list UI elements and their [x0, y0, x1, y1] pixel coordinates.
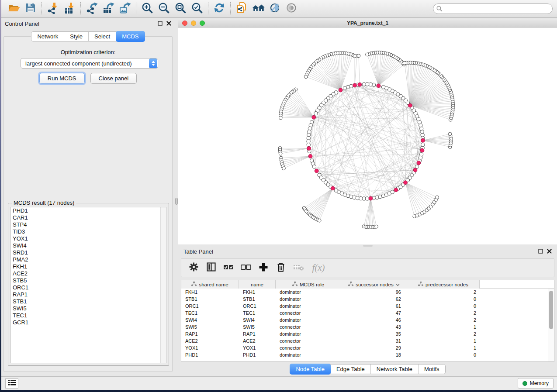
table-row[interactable]: ACE2ACE2connector311	[181, 337, 554, 344]
network-edge[interactable]	[317, 171, 361, 198]
delete-table-button[interactable]	[291, 261, 306, 275]
network-edge[interactable]	[355, 85, 389, 193]
network-edge[interactable]	[369, 54, 379, 86]
table-row[interactable]: PHD1PHD1dominator180	[181, 351, 554, 358]
network-edge[interactable]	[292, 92, 314, 117]
network-edge[interactable]	[282, 156, 310, 165]
network-edge[interactable]	[405, 182, 417, 215]
mcds-result-item[interactable]: STP4	[11, 221, 166, 228]
network-edge[interactable]	[410, 70, 434, 106]
network-node[interactable]	[304, 75, 308, 79]
show-all-button[interactable]	[283, 1, 300, 16]
network-edge[interactable]	[313, 85, 360, 164]
network-edge[interactable]	[370, 199, 376, 227]
network-node[interactable]	[308, 130, 311, 134]
network-dominator-node[interactable]	[315, 169, 318, 173]
network-edge[interactable]	[359, 56, 360, 85]
table-scrollbar[interactable]	[548, 289, 554, 361]
export-network-button[interactable]	[83, 1, 100, 16]
column-header-predecessor-nodes[interactable]: predecessor nodes	[407, 280, 480, 289]
minimize-window-icon[interactable]	[191, 21, 196, 26]
network-dominator-node[interactable]	[331, 186, 335, 190]
network-window-titlebar[interactable]: YPA_prune.txt_1	[178, 19, 557, 28]
network-dominator-node[interactable]	[420, 148, 424, 152]
mcds-result-item[interactable]: SRD1	[11, 249, 166, 256]
table-row[interactable]: RAP1RAP1dominator352	[181, 330, 554, 337]
network-node[interactable]	[366, 83, 369, 86]
network-dominator-node[interactable]	[369, 196, 373, 200]
mcds-result-item[interactable]: STB1	[11, 298, 166, 305]
network-edge[interactable]	[287, 98, 314, 117]
mcds-result-item[interactable]: PMA2	[11, 256, 166, 263]
network-edge[interactable]	[322, 105, 396, 190]
function-builder-button[interactable]: f(x)	[308, 261, 329, 275]
tab-select[interactable]: Select	[89, 32, 116, 41]
network-edge[interactable]	[319, 188, 333, 220]
show-columns-button[interactable]	[203, 261, 219, 275]
network-view-canvas[interactable]	[178, 28, 557, 244]
export-image-button[interactable]	[117, 1, 133, 16]
network-node[interactable]	[308, 127, 311, 130]
network-edge[interactable]	[378, 58, 396, 86]
mcds-result-item[interactable]: TEC1	[11, 312, 166, 319]
network-dominator-node[interactable]	[339, 88, 343, 92]
unselect-all-button[interactable]	[238, 261, 254, 275]
network-node[interactable]	[375, 225, 378, 228]
close-panel-icon[interactable]	[547, 248, 552, 255]
network-node[interactable]	[403, 61, 406, 65]
hide-selected-button[interactable]	[266, 1, 283, 16]
zoom-selected-button[interactable]	[189, 1, 205, 16]
network-edge[interactable]	[341, 54, 351, 90]
network-node[interactable]	[307, 133, 311, 137]
network-dominator-node[interactable]	[417, 161, 421, 165]
network-edge[interactable]	[309, 188, 333, 213]
mcds-result-item[interactable]: FKH1	[11, 263, 166, 270]
table-scrollbar-thumb[interactable]	[549, 291, 553, 329]
network-node[interactable]	[419, 153, 423, 156]
table-row[interactable]: STB1STB1dominator620	[181, 296, 554, 303]
import-table-button[interactable]	[61, 1, 78, 16]
network-dominator-node[interactable]	[353, 83, 357, 87]
network-edge[interactable]	[314, 117, 418, 119]
network-node[interactable]	[420, 130, 424, 134]
tab-style[interactable]: Style	[64, 32, 89, 41]
mcds-result-item[interactable]: SWI5	[11, 305, 166, 312]
network-edge[interactable]	[378, 63, 402, 86]
close-window-icon[interactable]	[182, 21, 187, 26]
mcds-result-item[interactable]: GCR1	[11, 319, 166, 326]
network-edge[interactable]	[378, 55, 391, 86]
network-node[interactable]	[318, 219, 321, 222]
network-node[interactable]	[448, 132, 452, 136]
network-edge[interactable]	[314, 64, 340, 90]
tab-node-table[interactable]: Node Table	[290, 364, 331, 375]
network-node[interactable]	[362, 197, 366, 200]
mcds-result-item[interactable]: PHD1	[11, 207, 166, 214]
network-edge[interactable]	[323, 57, 340, 90]
table-row[interactable]: SWI5SWI5connector431	[181, 323, 554, 330]
open-file-button[interactable]	[6, 1, 22, 16]
column-header-mcds-role[interactable]: MCDS role	[276, 280, 341, 289]
network-node[interactable]	[279, 152, 282, 155]
mcds-result-item[interactable]: RAP1	[11, 291, 166, 298]
mcds-result-item[interactable]: SWI4	[11, 242, 166, 249]
delete-row-button[interactable]	[273, 261, 289, 275]
network-edge[interactable]	[348, 87, 419, 163]
network-node[interactable]	[421, 133, 424, 137]
close-panel-button[interactable]: Close panel	[90, 73, 137, 84]
criterion-dropdown[interactable]: largest connected component (undirected)	[21, 58, 158, 69]
network-edge[interactable]	[311, 141, 423, 158]
column-header-successor-nodes[interactable]: successor nodes	[341, 280, 407, 289]
column-header-shared-name[interactable]: shared name	[181, 280, 239, 289]
network-node[interactable]	[362, 83, 366, 86]
network-node[interactable]	[415, 165, 419, 168]
network-node[interactable]	[307, 140, 310, 143]
tab-edge-table[interactable]: Edge Table	[331, 364, 371, 374]
network-node[interactable]	[421, 143, 425, 146]
network-edge[interactable]	[326, 100, 415, 170]
first-neighbors-button[interactable]	[250, 1, 266, 16]
network-edge[interactable]	[378, 54, 389, 86]
mcds-list-scrollbar[interactable]	[160, 207, 166, 363]
mcds-result-item[interactable]: ACE2	[11, 270, 166, 277]
mcds-result-item[interactable]: TID3	[11, 228, 166, 235]
network-node[interactable]	[391, 190, 394, 194]
